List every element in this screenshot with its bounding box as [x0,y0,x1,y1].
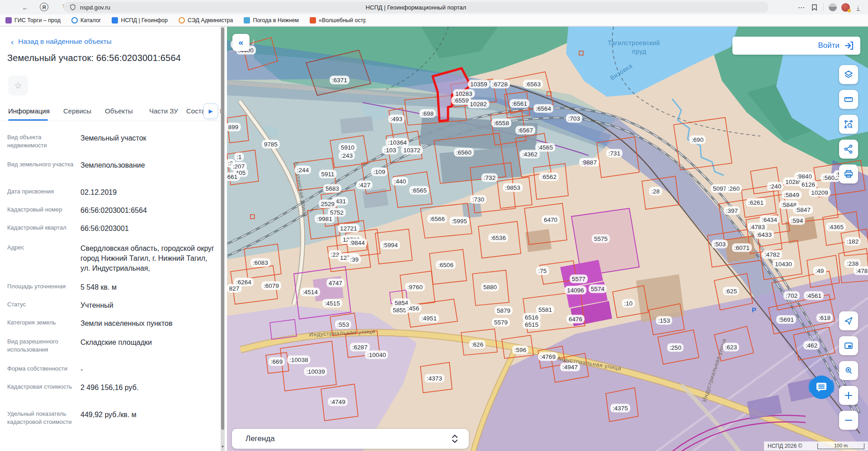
panel-scrollbar[interactable]: ▼ [221,27,225,451]
tab-2[interactable]: Объекты [105,107,133,115]
parcel-label[interactable]: :6558 [491,119,511,127]
bookmark-item[interactable]: СЭД Администра [179,17,233,23]
parcel-label[interactable]: :6560 [454,148,474,157]
parcel-label[interactable]: :10038 [287,356,310,364]
parcel-label[interactable]: :5995 [449,217,469,226]
bookmark-item[interactable]: Каталог [71,17,101,23]
parcel-label[interactable]: :10040 [365,351,388,359]
parcel-label[interactable]: :153 [656,316,672,325]
parcel-label[interactable]: :4947 [560,363,580,371]
parcel-label[interactable]: :5847 [793,206,813,214]
parcel-label[interactable]: 4747 [326,279,344,287]
parcel-label[interactable]: :553 [335,320,351,329]
parcel-label[interactable]: :503 [712,240,728,249]
parcel-label[interactable]: 5575 [592,235,610,243]
parcel-label[interactable]: :730 [470,195,486,204]
parcel-label[interactable]: :103 [382,146,398,155]
locate-button[interactable] [839,311,858,330]
parcel-label[interactable]: :625 [723,287,739,296]
parcel-label[interactable]: :440 [392,177,408,186]
tab-3[interactable]: Части ЗУ [149,107,178,115]
parcel-label[interactable]: 6470 [542,216,560,224]
parcel-label[interactable]: :5691 [776,315,796,324]
measure-button[interactable] [839,90,858,109]
back-to-results-link[interactable]: ‹ Назад в найденные объекты [11,38,112,46]
parcel-label[interactable]: :4561 [804,291,824,300]
layers-button[interactable] [839,65,858,84]
parcel-label[interactable]: :623 [723,343,739,352]
parcel-label[interactable]: :10039 [304,367,327,376]
parcel-label[interactable]: :9981 [315,215,335,223]
parcel-label[interactable]: :427 [356,181,373,189]
tab-4[interactable]: Соста [186,107,205,115]
extension-icon[interactable] [826,3,839,11]
login-label[interactable]: Войти [818,41,840,50]
parcel-label[interactable]: :5994 [380,241,400,249]
parcel-label[interactable]: :4373 [425,374,444,383]
parcel-label[interactable]: 5911 [319,170,336,179]
parcel-label[interactable]: 5579 [492,318,510,327]
parcel-label[interactable]: 661 [227,173,240,181]
parcel-label[interactable]: 5581 [536,305,554,314]
parcel-label[interactable]: :6728 [490,80,510,89]
parcel-label[interactable]: :6079 [261,282,281,290]
scrollbar-down-arrow[interactable]: ▼ [221,445,225,449]
zoom-in-button[interactable] [839,386,858,405]
legend-collapse-icon[interactable] [452,434,458,444]
parcel-label[interactable]: :9760 [405,283,425,291]
parcel-label[interactable]: 827 [227,284,241,293]
map-canvas[interactable]: 9792:4400:637110359:6728:656310283:65591… [227,27,868,451]
parcel-label[interactable]: :4565 [535,143,555,152]
parcel-label[interactable]: 10372 [401,146,423,155]
downloads-icon[interactable]: ↓ [852,4,864,11]
profile-avatar[interactable] [839,3,852,12]
object-search-button[interactable] [839,361,858,380]
parcel-label[interactable]: :669 [269,357,285,366]
parcel-label[interactable]: 10282 [467,100,489,108]
parcel-label[interactable]: :493 [388,115,405,123]
parcel-label[interactable]: :250 [667,343,684,352]
parcel-label[interactable]: :6083 [250,258,270,267]
parcel-label[interactable]: :9887 [579,158,599,167]
parcel-label[interactable]: :456 [405,304,421,313]
parcel-label[interactable]: 5880 [481,283,499,291]
parcel-label[interactable]: :6287 [350,343,370,352]
parcel-label[interactable]: :75 [536,267,549,275]
bookmark-item[interactable]: Погода в Нижнем [244,17,299,23]
parcel-label[interactable]: 5683 [323,184,341,193]
zoom-out-button[interactable] [839,411,858,430]
chat-button[interactable] [810,376,833,399]
parcel-label[interactable]: 6126 [799,180,817,189]
parcel-label[interactable]: :626 [469,340,486,349]
parcel-label[interactable]: 9785 [262,140,280,149]
chat-widget[interactable] [806,371,837,403]
parcel-label[interactable]: :244 [295,166,311,174]
parcel-label[interactable]: :6536 [488,234,508,242]
parcel-label[interactable]: :9840 [794,172,814,181]
parcel-label[interactable]: :702 [783,291,800,300]
parcel-label[interactable]: :6261 [746,198,766,207]
parcel-label[interactable]: 5577 [570,275,588,283]
parcel-label[interactable]: 10430 [773,260,794,268]
parcel-label[interactable]: :4749 [328,398,348,406]
browser-logo-icon[interactable]: Я [40,3,48,11]
tab-0[interactable]: Информация [8,107,50,115]
parcel-label[interactable]: :4769 [538,352,558,361]
parcel-label[interactable]: 10209 [809,188,830,197]
parcel-label[interactable]: :4514 [300,288,320,296]
parcel-label[interactable]: 10359 [468,80,490,89]
parcel-label[interactable]: :4515 [322,299,342,308]
parcel-label[interactable]: :6561 [509,99,529,108]
parcel-label[interactable]: :731 [606,149,623,158]
parcel-label[interactable]: :6566 [427,215,447,223]
parcel-label[interactable]: :397 [724,207,740,215]
parcel-label[interactable]: :49 [813,267,826,275]
parcel-label[interactable]: :6564 [533,104,553,113]
parcel-label[interactable]: :618 [816,314,833,322]
parcel-label[interactable]: :596 [512,346,528,354]
parcel-label[interactable]: :6562 [539,173,559,181]
parcel-label[interactable]: :28 [649,187,662,196]
back-icon[interactable]: ← [20,2,31,13]
address-bar[interactable]: nspd.gov.ru НСПД | Геоинформационный пор… [63,2,769,13]
tab-1[interactable]: Сервисы [63,107,91,115]
